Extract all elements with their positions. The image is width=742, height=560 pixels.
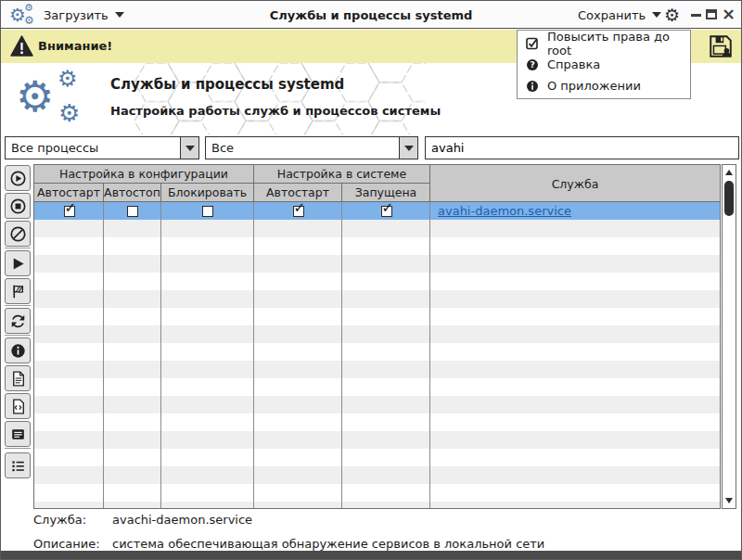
table-row-selected[interactable]: avahi-daemon.service bbox=[34, 202, 720, 220]
menu-item-about[interactable]: О приложении bbox=[518, 75, 690, 96]
column-divider bbox=[429, 202, 430, 508]
scroll-up-button[interactable] bbox=[723, 166, 736, 179]
save-button-label: Сохранить bbox=[578, 8, 646, 22]
toolbar-separator bbox=[5, 305, 31, 306]
warning-triangle-icon bbox=[10, 35, 33, 57]
service-link[interactable]: avahi-daemon.service bbox=[438, 204, 571, 218]
arrow-up-icon bbox=[725, 170, 733, 175]
console-button[interactable] bbox=[5, 421, 31, 447]
load-button[interactable]: Загрузить bbox=[44, 1, 124, 29]
minimize-button[interactable] bbox=[691, 14, 701, 17]
banner-gears-logo: ⚙ ⚙ ⚙ bbox=[16, 67, 112, 132]
question-circle-icon: ? bbox=[526, 58, 539, 71]
toolbar-separator bbox=[5, 335, 31, 336]
dropdown-arrow-button[interactable] bbox=[180, 137, 198, 159]
process-filter-value: Все процессы bbox=[6, 141, 180, 155]
column-divider bbox=[160, 202, 161, 508]
save-button[interactable]: Сохранить bbox=[578, 1, 661, 29]
column-divider bbox=[341, 202, 342, 508]
col-header-service: Служба bbox=[430, 165, 720, 202]
settings-dropdown-menu: Повысить права до root ? Справка О прило… bbox=[517, 30, 691, 99]
close-button[interactable]: × bbox=[722, 4, 736, 23]
save-floppy-lock-icon[interactable] bbox=[708, 33, 734, 59]
console-icon bbox=[9, 426, 27, 443]
checkbox-system-running[interactable] bbox=[381, 206, 392, 217]
honeycomb-pattern bbox=[134, 63, 426, 134]
stop-service-button[interactable] bbox=[5, 193, 31, 219]
list-icon bbox=[9, 457, 27, 475]
stop-circle-icon bbox=[9, 197, 27, 215]
description-detail-value: система обеспечивающая обнаружение серви… bbox=[112, 537, 544, 551]
info-circle-icon bbox=[526, 80, 539, 93]
scrollbar-thumb[interactable] bbox=[724, 181, 734, 216]
block-service-button[interactable] bbox=[5, 221, 31, 247]
arrow-down-icon bbox=[725, 498, 733, 503]
column-divider bbox=[253, 202, 254, 508]
load-button-label: Загрузить bbox=[44, 8, 109, 22]
start-service-button[interactable] bbox=[5, 165, 31, 191]
run-button[interactable] bbox=[5, 250, 31, 276]
description-detail-label: Описание: bbox=[33, 537, 100, 551]
play-icon bbox=[9, 255, 27, 273]
service-detail-label: Служба: bbox=[33, 513, 86, 527]
group-header-config: Настройка в конфигурации bbox=[34, 165, 254, 184]
dependencies-button[interactable] bbox=[5, 452, 31, 478]
info-button[interactable] bbox=[5, 337, 31, 363]
block-icon bbox=[9, 225, 27, 243]
chevron-down-icon bbox=[404, 146, 414, 151]
maximize-button[interactable] bbox=[706, 9, 717, 19]
chevron-down-icon bbox=[652, 12, 661, 18]
toolbar-separator bbox=[5, 248, 31, 248]
toolbar-separator bbox=[5, 448, 31, 449]
refresh-button[interactable] bbox=[5, 308, 31, 334]
col-header-config-autostop: Автостоп bbox=[104, 184, 161, 201]
banner-title: Службы и процессы systemd bbox=[110, 76, 344, 93]
menu-item-label: Справка bbox=[547, 57, 600, 71]
checkbox-system-autostart[interactable] bbox=[293, 206, 304, 217]
chevron-down-icon bbox=[115, 12, 124, 18]
titlebar: ⚙ ⚙ ⚙ Загрузить Службы и процессы system… bbox=[1, 1, 741, 29]
table-scrollbar[interactable] bbox=[722, 164, 736, 509]
document-code-icon bbox=[9, 398, 27, 415]
menu-item-elevate-root[interactable]: Повысить права до root bbox=[518, 32, 690, 54]
info-icon bbox=[9, 342, 27, 360]
start-circle-icon bbox=[9, 170, 27, 187]
unit-file-button[interactable] bbox=[5, 393, 31, 419]
flag-icon bbox=[9, 283, 27, 300]
col-header-config-block: Блокировать bbox=[161, 184, 254, 201]
flag-button[interactable] bbox=[5, 278, 31, 304]
svg-text:?: ? bbox=[530, 60, 534, 70]
checkbox-checked-icon bbox=[526, 37, 539, 50]
app-gears-icon: ⚙ ⚙ ⚙ bbox=[9, 3, 39, 28]
column-divider bbox=[103, 202, 104, 508]
menu-item-label: Повысить права до root bbox=[547, 30, 690, 57]
log-file-button[interactable] bbox=[5, 365, 31, 391]
chevron-down-icon bbox=[186, 146, 195, 151]
document-icon bbox=[9, 370, 27, 388]
warning-text: Внимание! bbox=[38, 39, 112, 53]
process-filter-select[interactable]: Все процессы bbox=[5, 136, 199, 159]
settings-gear-button[interactable]: ⚙ bbox=[664, 4, 680, 26]
app-window: ⚙ ⚙ ⚙ Загрузить Службы и процессы system… bbox=[0, 0, 742, 560]
refresh-icon bbox=[9, 312, 27, 330]
checkbox-config-autostop[interactable] bbox=[127, 206, 138, 217]
dropdown-arrow-button[interactable] bbox=[399, 137, 417, 159]
category-filter-select[interactable]: Все bbox=[205, 136, 418, 159]
banner-subtitle: Настройка работы служб и процессов систе… bbox=[110, 104, 441, 118]
checkbox-config-block[interactable] bbox=[202, 206, 213, 217]
services-table: Настройка в конфигурации Настройка в сис… bbox=[33, 164, 721, 509]
table-empty-rows bbox=[34, 220, 720, 508]
category-filter-value: Все bbox=[206, 141, 399, 155]
checkbox-config-autostart[interactable] bbox=[64, 206, 75, 217]
search-input[interactable] bbox=[425, 136, 739, 159]
group-header-system: Настройка в системе bbox=[254, 165, 430, 184]
menu-item-label: О приложении bbox=[547, 79, 641, 93]
table-header: Настройка в конфигурации Настройка в сис… bbox=[34, 165, 720, 202]
scroll-down-button[interactable] bbox=[723, 494, 736, 507]
window-bottom-edge bbox=[1, 551, 741, 559]
service-detail-value: avachi-daemon.service bbox=[112, 513, 252, 527]
